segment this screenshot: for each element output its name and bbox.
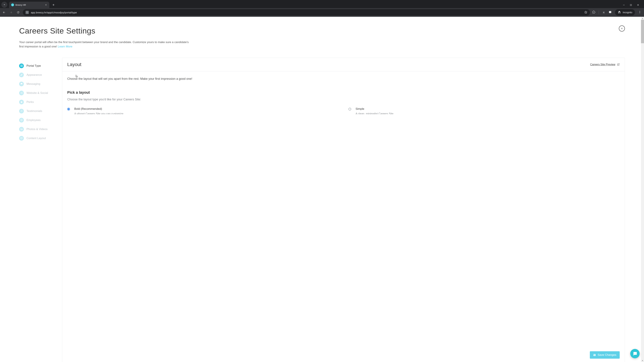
svg-rect-2 bbox=[630, 4, 632, 5]
intercom-chat-button[interactable] bbox=[630, 349, 640, 358]
svg-rect-10 bbox=[20, 66, 21, 67]
new-tab-button[interactable] bbox=[51, 2, 56, 7]
forward-button[interactable] bbox=[9, 10, 14, 15]
sidebar-item-label: Perks bbox=[26, 100, 34, 104]
refresh-icon bbox=[19, 109, 24, 113]
layout-option-bold[interactable]: Bold (Recommended)A vibrant Careers Site… bbox=[67, 107, 338, 114]
svg-rect-18 bbox=[20, 137, 22, 139]
close-icon bbox=[621, 27, 623, 30]
downloads-button[interactable] bbox=[602, 10, 605, 14]
sidebar-item-label: Website & Social bbox=[26, 91, 48, 95]
browser-menu-button[interactable] bbox=[638, 10, 641, 14]
body-row: Portal TypeAppearanceMessagingWebsite & … bbox=[19, 58, 625, 362]
sidebar-item-website-social[interactable]: Website & Social bbox=[19, 88, 55, 97]
panel-lead: Choose the layout that will set you apar… bbox=[67, 77, 620, 81]
pick-layout-title: Pick a layout bbox=[67, 90, 620, 95]
minimize-icon bbox=[623, 4, 625, 6]
sidebar-item-messaging[interactable]: Messaging bbox=[19, 79, 55, 88]
sidebar-item-perks[interactable]: Perks bbox=[19, 97, 55, 107]
bookmark-button[interactable] bbox=[584, 11, 587, 14]
page-viewport: Careers Site Settings Your career portal… bbox=[0, 17, 644, 362]
incognito-label: Incognito bbox=[623, 11, 632, 14]
site-settings-icon[interactable] bbox=[26, 11, 29, 14]
tab-strip: Breezy HR bbox=[0, 0, 644, 8]
svg-rect-11 bbox=[22, 66, 22, 67]
scroll-track[interactable] bbox=[641, 20, 644, 359]
tab-favicon-icon bbox=[11, 3, 14, 6]
pick-layout-desc: Choose the layout type you'd like for yo… bbox=[67, 98, 620, 101]
main-panel: Layout Careers Site Preview Choose the l… bbox=[62, 58, 625, 362]
svg-point-14 bbox=[22, 93, 22, 94]
reload-icon bbox=[16, 11, 20, 14]
svg-rect-3 bbox=[609, 11, 611, 13]
radio-input[interactable] bbox=[348, 108, 351, 110]
svg-point-5 bbox=[640, 11, 640, 11]
sidebar-item-label: Photos & Videos bbox=[26, 128, 48, 131]
chevron-down-icon bbox=[3, 3, 6, 6]
image-icon bbox=[19, 127, 24, 132]
scroll-thumb[interactable] bbox=[641, 20, 644, 43]
maximize-icon bbox=[630, 4, 632, 6]
sidebar-item-label: Employees bbox=[26, 118, 40, 122]
window-controls bbox=[623, 4, 643, 8]
window-close-button[interactable] bbox=[637, 4, 639, 7]
viewport-scrollbar[interactable]: ▲ ▼ bbox=[641, 17, 644, 362]
address-bar[interactable]: app.breezy.hr/app/c/moodjoy/portal/type bbox=[23, 9, 590, 15]
browser-tab[interactable]: Breezy HR bbox=[9, 2, 49, 8]
window-minimize-button[interactable] bbox=[623, 4, 625, 7]
scroll-up-button[interactable]: ▲ bbox=[641, 17, 644, 20]
svg-point-6 bbox=[640, 12, 640, 12]
sidebar-item-content-layout[interactable]: Content Layout bbox=[19, 134, 55, 143]
svg-point-7 bbox=[640, 13, 640, 13]
sidebar-item-portal-type[interactable]: Portal Type bbox=[19, 61, 55, 70]
sidebar-item-label: Appearance bbox=[26, 73, 42, 77]
message-icon bbox=[19, 82, 24, 86]
tab-close-button[interactable] bbox=[44, 3, 47, 6]
toolbar-separator bbox=[599, 10, 599, 14]
option-desc: A clean, minimalist Careers Site bbox=[356, 112, 394, 114]
sidebar-item-testimonials[interactable]: Testimonials bbox=[19, 107, 55, 116]
sidebar-item-label: Content Layout bbox=[26, 137, 46, 140]
layout-options: Bold (Recommended)A vibrant Careers Site… bbox=[67, 107, 620, 114]
svg-point-0 bbox=[12, 4, 13, 5]
page-header: Careers Site Settings Your career portal… bbox=[19, 26, 625, 49]
panel-icon bbox=[608, 10, 612, 13]
radio-input[interactable] bbox=[67, 108, 70, 110]
close-icon bbox=[637, 4, 639, 6]
reload-button[interactable] bbox=[16, 10, 20, 15]
star-icon bbox=[584, 11, 587, 14]
sidebar-item-label: Messaging bbox=[26, 82, 40, 86]
save-icon bbox=[593, 354, 596, 356]
pencil-icon bbox=[19, 72, 24, 77]
learn-more-link[interactable]: Learn More bbox=[58, 45, 72, 48]
option-label: Simple bbox=[356, 107, 394, 111]
svg-point-17 bbox=[21, 129, 21, 129]
close-icon bbox=[45, 4, 47, 6]
toolbar-actions: Incognito bbox=[592, 9, 642, 15]
download-icon bbox=[602, 10, 605, 13]
svg-point-12 bbox=[22, 92, 22, 92]
close-button[interactable] bbox=[619, 25, 625, 31]
sidebar-item-employees[interactable]: Employees bbox=[19, 116, 55, 125]
save-changes-button[interactable]: Save Changes bbox=[590, 351, 620, 359]
incognito-icon bbox=[618, 11, 621, 14]
arrow-left-icon bbox=[2, 11, 6, 14]
dots-vertical-icon bbox=[638, 10, 641, 13]
sidebar-item-label: Testimonials bbox=[26, 109, 42, 113]
careers-site-preview-link[interactable]: Careers Site Preview bbox=[590, 63, 620, 66]
panel-body: Choose the layout that will set you apar… bbox=[62, 71, 625, 362]
layout-option-simple[interactable]: SimpleA clean, minimalist Careers Site bbox=[348, 107, 620, 114]
sidebar-item-photos-videos[interactable]: Photos & Videos bbox=[19, 125, 55, 134]
extensions-button[interactable] bbox=[592, 10, 595, 14]
side-panel-button[interactable] bbox=[608, 10, 612, 14]
incognito-chip[interactable]: Incognito bbox=[615, 9, 635, 15]
back-button[interactable] bbox=[2, 10, 6, 15]
option-label: Bold (Recommended) bbox=[74, 107, 124, 111]
window-maximize-button[interactable] bbox=[630, 4, 632, 7]
browser-toolbar: app.breezy.hr/app/c/moodjoy/portal/type … bbox=[0, 8, 644, 17]
scroll-down-button[interactable]: ▼ bbox=[641, 359, 644, 362]
sidebar-item-appearance[interactable]: Appearance bbox=[19, 70, 55, 79]
chat-icon bbox=[632, 351, 637, 356]
tab-search-button[interactable] bbox=[1, 2, 8, 8]
option-desc: A vibrant Careers Site you can customize bbox=[74, 112, 124, 114]
